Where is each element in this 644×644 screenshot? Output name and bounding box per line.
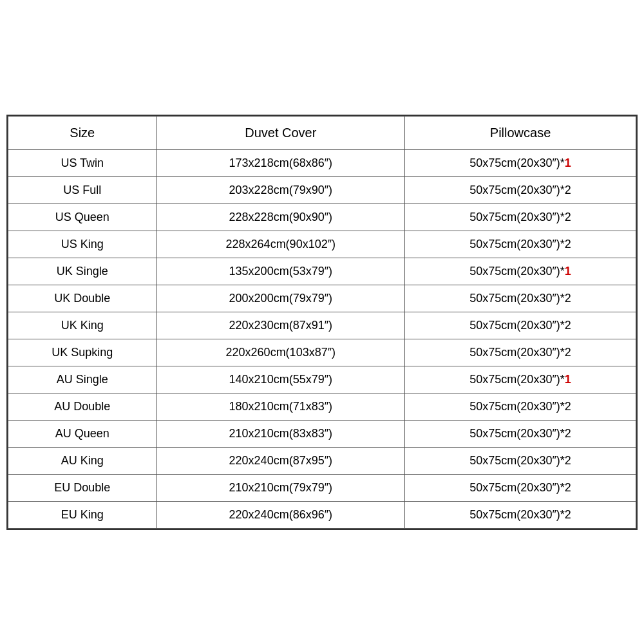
cell-pillow: 50x75cm(20x30″)*1 [405, 366, 636, 393]
table-header-row: Size Duvet Cover Pillowcase [8, 116, 636, 149]
pillow-count: 2 [565, 292, 571, 305]
table-row: UK King220x230cm(87x91″)50x75cm(20x30″)*… [8, 312, 636, 339]
pillow-count: 2 [565, 454, 571, 467]
cell-duvet: 228x264cm(90x102″) [156, 231, 405, 258]
table-row: AU Queen210x210cm(83x83″)50x75cm(20x30″)… [8, 420, 636, 447]
cell-pillow: 50x75cm(20x30″)*2 [405, 474, 636, 501]
cell-pillow: 50x75cm(20x30″)*1 [405, 149, 636, 176]
cell-duvet: 220x240cm(86x96″) [156, 501, 405, 528]
cell-size: US Twin [8, 149, 157, 176]
table-row: US King228x264cm(90x102″)50x75cm(20x30″)… [8, 231, 636, 258]
cell-size: UK Supking [8, 339, 157, 366]
pillow-base-text: 50x75cm(20x30″)* [469, 481, 564, 494]
table-row: US Twin173x218cm(68x86″)50x75cm(20x30″)*… [8, 149, 636, 176]
header-pillow: Pillowcase [405, 116, 636, 149]
cell-pillow: 50x75cm(20x30″)*2 [405, 312, 636, 339]
table-row: AU Single140x210cm(55x79″)50x75cm(20x30″… [8, 366, 636, 393]
pillow-count: 2 [565, 238, 571, 251]
table-row: US Queen228x228cm(90x90″)50x75cm(20x30″)… [8, 204, 636, 231]
table-row: EU Double210x210cm(79x79″)50x75cm(20x30″… [8, 474, 636, 501]
table-row: US Full203x228cm(79x90″)50x75cm(20x30″)*… [8, 176, 636, 204]
pillow-base-text: 50x75cm(20x30″)* [469, 427, 564, 440]
pillow-base-text: 50x75cm(20x30″)* [469, 292, 564, 305]
cell-size: US Full [8, 176, 157, 204]
pillow-base-text: 50x75cm(20x30″)* [469, 373, 564, 386]
size-chart-container: Size Duvet Cover Pillowcase US Twin173x2… [6, 115, 638, 530]
cell-duvet: 135x200cm(53x79″) [156, 258, 405, 285]
pillow-base-text: 50x75cm(20x30″)* [469, 238, 564, 251]
cell-duvet: 140x210cm(55x79″) [156, 366, 405, 393]
cell-size: UK King [8, 312, 157, 339]
cell-duvet: 210x210cm(79x79″) [156, 474, 405, 501]
pillow-base-text: 50x75cm(20x30″)* [469, 454, 564, 467]
pillow-count: 2 [565, 481, 571, 494]
cell-duvet: 220x230cm(87x91″) [156, 312, 405, 339]
cell-size: EU Double [8, 474, 157, 501]
cell-pillow: 50x75cm(20x30″)*2 [405, 204, 636, 231]
cell-size: AU King [8, 447, 157, 474]
pillow-count: 2 [565, 319, 571, 332]
pillow-base-text: 50x75cm(20x30″)* [469, 400, 564, 413]
cell-size: AU Double [8, 393, 157, 420]
pillow-base-text: 50x75cm(20x30″)* [469, 211, 564, 223]
cell-size: AU Single [8, 366, 157, 393]
cell-pillow: 50x75cm(20x30″)*1 [405, 258, 636, 285]
cell-duvet: 173x218cm(68x86″) [156, 149, 405, 176]
pillow-base-text: 50x75cm(20x30″)* [469, 265, 564, 278]
size-chart-table: Size Duvet Cover Pillowcase US Twin173x2… [8, 116, 636, 529]
pillow-count: 2 [565, 184, 571, 196]
cell-size: UK Single [8, 258, 157, 285]
cell-pillow: 50x75cm(20x30″)*2 [405, 393, 636, 420]
cell-pillow: 50x75cm(20x30″)*2 [405, 176, 636, 204]
pillow-count: 2 [565, 427, 571, 440]
cell-duvet: 220x240cm(87x95″) [156, 447, 405, 474]
pillow-count: 2 [565, 346, 571, 359]
table-row: AU Double180x210cm(71x83″)50x75cm(20x30″… [8, 393, 636, 420]
pillow-count: 2 [565, 211, 571, 223]
cell-size: UK Double [8, 285, 157, 312]
pillow-count: 2 [565, 508, 571, 521]
pillow-count: 2 [565, 400, 571, 413]
cell-size: AU Queen [8, 420, 157, 447]
cell-pillow: 50x75cm(20x30″)*2 [405, 447, 636, 474]
header-size: Size [8, 116, 157, 149]
cell-duvet: 180x210cm(71x83″) [156, 393, 405, 420]
table-row: EU King220x240cm(86x96″)50x75cm(20x30″)*… [8, 501, 636, 528]
table-row: AU King220x240cm(87x95″)50x75cm(20x30″)*… [8, 447, 636, 474]
cell-pillow: 50x75cm(20x30″)*2 [405, 231, 636, 258]
cell-pillow: 50x75cm(20x30″)*2 [405, 285, 636, 312]
pillow-count: 1 [565, 265, 571, 278]
cell-pillow: 50x75cm(20x30″)*2 [405, 501, 636, 528]
cell-duvet: 228x228cm(90x90″) [156, 204, 405, 231]
pillow-count: 1 [565, 373, 571, 386]
pillow-base-text: 50x75cm(20x30″)* [469, 184, 564, 196]
cell-size: US Queen [8, 204, 157, 231]
pillow-count: 1 [565, 156, 571, 169]
cell-duvet: 220x260cm(103x87″) [156, 339, 405, 366]
cell-size: US King [8, 231, 157, 258]
cell-pillow: 50x75cm(20x30″)*2 [405, 339, 636, 366]
pillow-base-text: 50x75cm(20x30″)* [469, 319, 564, 332]
cell-duvet: 210x210cm(83x83″) [156, 420, 405, 447]
pillow-base-text: 50x75cm(20x30″)* [469, 508, 564, 521]
pillow-base-text: 50x75cm(20x30″)* [469, 156, 564, 169]
cell-duvet: 200x200cm(79x79″) [156, 285, 405, 312]
table-row: UK Supking220x260cm(103x87″)50x75cm(20x3… [8, 339, 636, 366]
cell-size: EU King [8, 501, 157, 528]
header-duvet: Duvet Cover [156, 116, 405, 149]
pillow-base-text: 50x75cm(20x30″)* [469, 346, 564, 359]
cell-pillow: 50x75cm(20x30″)*2 [405, 420, 636, 447]
table-row: UK Single135x200cm(53x79″)50x75cm(20x30″… [8, 258, 636, 285]
table-row: UK Double200x200cm(79x79″)50x75cm(20x30″… [8, 285, 636, 312]
cell-duvet: 203x228cm(79x90″) [156, 176, 405, 204]
